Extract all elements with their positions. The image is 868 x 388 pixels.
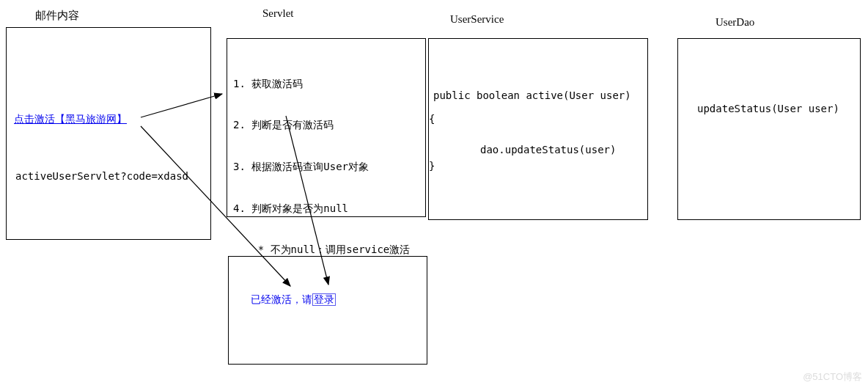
title-user-service: UserService xyxy=(450,13,504,26)
servlet-url: activeUserServlet?code=xdasd xyxy=(15,170,188,182)
title-servlet: Servlet xyxy=(262,7,294,20)
servlet-line-1: 1. 获取激活码 xyxy=(233,77,410,91)
title-user-dao: UserDao xyxy=(716,16,754,29)
servlet-box: 1. 获取激活码 2. 判断是否有激活码 3. 根据激活码查询User对象 4.… xyxy=(227,38,426,217)
result-prefix: 已经激活，请 xyxy=(251,294,312,305)
result-box: 已经激活，请登录 xyxy=(228,256,427,365)
email-box: 点击激活【黑马旅游网】 activeUserServlet?code=xdasd xyxy=(6,27,211,240)
servlet-line-3: 3. 根据激活码查询User对象 xyxy=(233,160,410,174)
service-close-brace: } xyxy=(429,159,435,172)
user-dao-box: updateStatus(User user) xyxy=(677,38,861,220)
login-link[interactable]: 登录 xyxy=(312,293,336,306)
dao-method: updateStatus(User user) xyxy=(697,102,839,115)
servlet-line-5: * 不为null：调用service激活 xyxy=(233,243,410,257)
watermark: @51CTO博客 xyxy=(803,370,862,384)
service-signature: public boolean active(User user) xyxy=(433,89,631,102)
activate-link[interactable]: 点击激活【黑马旅游网】 xyxy=(14,113,127,126)
activate-link-text: 点击激活【黑马旅游网】 xyxy=(14,114,127,125)
servlet-line-2: 2. 判断是否有激活码 xyxy=(233,118,410,132)
service-call: dao.updateStatus(user) xyxy=(480,143,616,156)
title-email: 邮件内容 xyxy=(35,9,79,23)
servlet-line-4: 4. 判断对象是否为null xyxy=(233,202,410,216)
service-open-brace: { xyxy=(429,112,435,125)
user-service-box: public boolean active(User user) { dao.u… xyxy=(428,38,648,220)
